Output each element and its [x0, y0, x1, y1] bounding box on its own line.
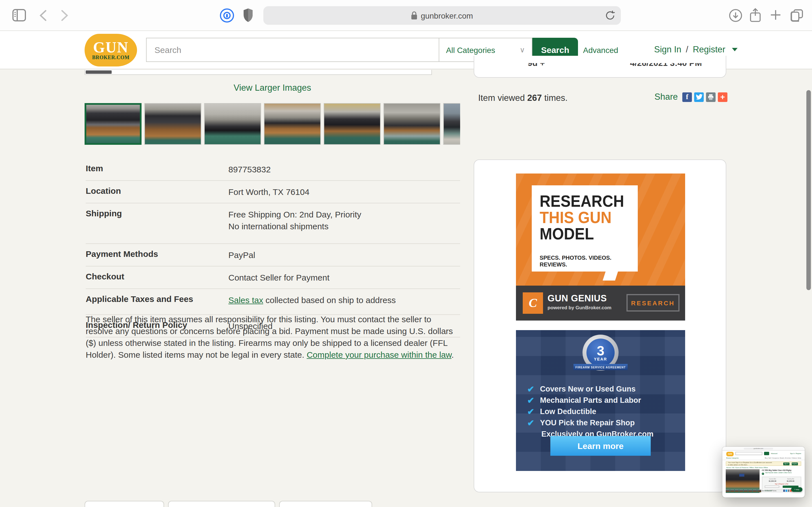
- row-value: 897753832: [229, 163, 271, 175]
- learn-more-button[interactable]: Learn more: [550, 436, 651, 456]
- ad-headline-2: THIS GUN: [540, 210, 630, 226]
- check-icon: ✔: [527, 406, 534, 417]
- table-row: Item 897753832: [86, 158, 460, 181]
- warranty-checklist: ✔Covers New or Used Guns ✔Mechanical Par…: [527, 384, 677, 440]
- gunbroker-logo[interactable]: GUN BROKER.COM: [85, 34, 137, 66]
- preview-item-title: CZ 550 Big Safari Gun 416 Rigby: [762, 469, 792, 471]
- ad-headline-3: MODEL: [540, 226, 630, 242]
- research-gun-ad[interactable]: RESEARCH THIS GUN MODEL SPECS. PHOTOS. V…: [516, 173, 685, 321]
- row-value: Sales tax collected based on ship to add…: [229, 294, 396, 306]
- thumbnail-1-selected[interactable]: [85, 103, 142, 145]
- bottom-tabs-cutoff: [85, 501, 468, 507]
- table-row: Location Fort Worth, TX 76104: [86, 181, 460, 203]
- row-value: Fort Worth, TX 76104: [229, 186, 309, 198]
- preview-search-button: [764, 452, 769, 455]
- thumbnail-7[interactable]: [443, 103, 460, 145]
- tab-overview-icon[interactable]: [790, 9, 804, 22]
- row-value: Free Shipping On: 2nd Day, Priority No i…: [229, 209, 361, 232]
- forward-icon[interactable]: [61, 10, 68, 21]
- row-value: PayPal: [229, 249, 255, 261]
- logo-text-gun: GUN: [93, 40, 129, 55]
- check-icon: ✔: [527, 395, 534, 406]
- password-manager-icon[interactable]: [220, 8, 234, 22]
- addthis-share-icon[interactable]: +: [718, 92, 727, 102]
- rifle-photo-thumbnail: [384, 104, 440, 144]
- ads-card: RESEARCH THIS GUN MODEL SPECS. PHOTOS. V…: [474, 159, 726, 492]
- preview-advanced: Advanced: [771, 453, 777, 454]
- address-bar[interactable]: gunbroker.com: [263, 6, 621, 25]
- logo-text-broker: BROKER.COM: [92, 55, 130, 60]
- thumbnail-strip: [85, 103, 460, 146]
- browser-toolbar: gunbroker.com: [0, 0, 812, 31]
- reload-icon[interactable]: [606, 10, 615, 21]
- thumbnail-3[interactable]: [204, 103, 261, 145]
- image-scrollbar-track[interactable]: [85, 70, 432, 75]
- view-larger-images-link[interactable]: View Larger Images: [85, 83, 460, 93]
- row-value: Contact Seller for Payment: [229, 272, 329, 283]
- privacy-shield-icon[interactable]: [243, 8, 254, 22]
- rifle-photo-thumbnail: [324, 104, 380, 144]
- preview-sign-in: Sign In / Register: [790, 453, 801, 454]
- ad-tagline: SPECS. PHOTOS. VIDEOS. REVIEWS.: [540, 254, 631, 268]
- share-icon[interactable]: [749, 8, 761, 22]
- downloads-icon[interactable]: [729, 9, 742, 22]
- preview-logo: GUN: [726, 452, 733, 456]
- bottom-tab-1[interactable]: [85, 501, 164, 507]
- thumbnail-4[interactable]: [264, 103, 321, 145]
- preview-url: gunbroker.com: [744, 448, 773, 450]
- lock-icon: [411, 11, 417, 20]
- new-tab-icon[interactable]: [770, 9, 781, 21]
- bottom-tab-2[interactable]: [168, 501, 275, 507]
- signreg-separator: /: [686, 45, 689, 55]
- preview-browser-bar: gunbroker.com: [722, 447, 805, 451]
- preview-body: CZ 550 Big Safari Gun 416 Rigby ✔ Add Fa…: [722, 468, 805, 493]
- search-input[interactable]: [146, 38, 439, 62]
- badge-ribbon: FIREARM SERVICE AGREEMENT: [573, 364, 627, 370]
- page-scrollbar-thumb[interactable]: [806, 90, 811, 290]
- badge-number: 3: [597, 344, 605, 357]
- thumbnail-6[interactable]: [384, 103, 441, 145]
- preview-breadcrumb: Home / All / Guns & Firearms / Rifles / …: [726, 466, 805, 468]
- twitter-share-icon[interactable]: [694, 92, 704, 102]
- three-year-badge: 3 YEAR FIREARM SERVICE AGREEMENT: [577, 335, 624, 379]
- advanced-search-link[interactable]: Advanced: [583, 46, 618, 55]
- row-label: Payment Methods: [86, 249, 229, 261]
- check-icon: ✔: [527, 384, 534, 395]
- facebook-share-icon[interactable]: f: [682, 92, 692, 102]
- sign-in-link[interactable]: Sign In: [654, 45, 681, 55]
- item-details-table: Item 897753832 Location Fort Worth, TX 7…: [86, 158, 460, 337]
- image-scrollbar-thumb[interactable]: [86, 70, 112, 74]
- preview-header: GUN Advanced Sign In / Register: [722, 451, 805, 457]
- print-share-icon[interactable]: [706, 92, 716, 102]
- rifle-photo-thumbnail: [205, 104, 260, 144]
- row-label: Applicable Taxes and Fees: [86, 294, 229, 306]
- ad-footer-bar: C GUN GENIUS powered by GunBroker.com RE…: [516, 286, 685, 321]
- back-icon[interactable]: [40, 10, 47, 21]
- url-text: gunbroker.com: [421, 11, 473, 20]
- share-label: Share: [654, 92, 678, 102]
- row-label: Checkout: [86, 272, 229, 283]
- sidebar-toggle-icon[interactable]: [12, 9, 26, 21]
- item-viewed-row: Item viewed 267 times. Share f +: [478, 93, 727, 104]
- warranty-ad[interactable]: 3 YEAR FIREARM SERVICE AGREEMENT ✔Covers…: [516, 330, 685, 471]
- row-label: Shipping: [86, 209, 229, 232]
- register-caret-icon: [732, 48, 738, 51]
- sales-tax-link[interactable]: Sales tax: [229, 295, 263, 305]
- clip-mask: [474, 56, 726, 63]
- table-row: Applicable Taxes and Fees Sales tax coll…: [86, 289, 460, 315]
- badge-year: YEAR: [594, 357, 607, 361]
- chevron-down-icon: ∨: [520, 46, 525, 54]
- purchase-law-link[interactable]: Complete your purchase within the law: [307, 350, 452, 359]
- rifle-photo-thumbnail: [444, 104, 460, 144]
- screenshot-preview-thumbnail[interactable]: gunbroker.com GUN Advanced Sign In / Reg…: [722, 447, 805, 497]
- preview-banner: You must Sign In or Register for a GunBr…: [726, 461, 801, 466]
- bottom-tab-3[interactable]: [279, 501, 372, 507]
- rifle-photo-thumbnail: [86, 105, 140, 143]
- table-row: Payment Methods PayPal: [86, 244, 460, 267]
- thumbnail-5[interactable]: [324, 103, 380, 145]
- speech-bubble: RESEARCH THIS GUN MODEL SPECS. PHOTOS. V…: [532, 185, 638, 272]
- seller-disclaimer: The seller of this item assumes all resp…: [86, 313, 465, 360]
- research-button[interactable]: RESEARCH: [626, 294, 679, 312]
- thumbnail-2[interactable]: [144, 103, 201, 145]
- register-link[interactable]: Register: [693, 45, 725, 55]
